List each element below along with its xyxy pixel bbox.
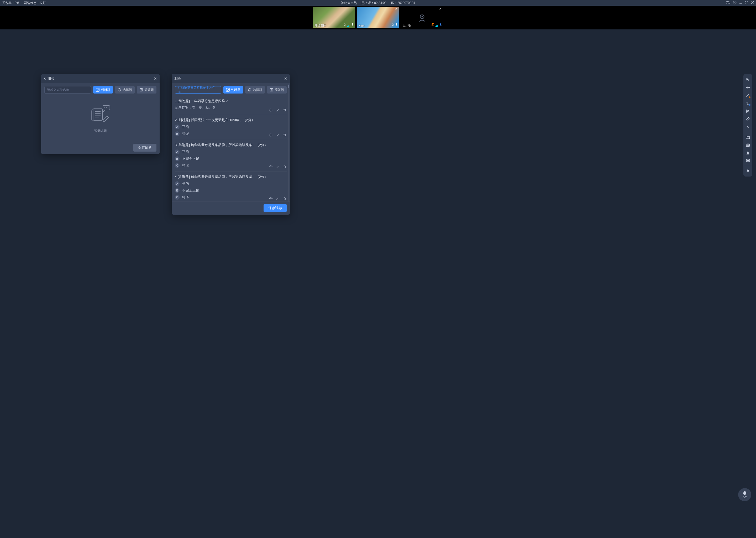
question-option[interactable]: B不完全正确: [175, 188, 287, 193]
toolbox-tool-icon[interactable]: [743, 141, 752, 149]
svg-text:T: T: [271, 89, 272, 91]
panel-title: 测验: [48, 76, 54, 81]
bell-tool-icon[interactable]: [743, 167, 752, 175]
minimize-icon[interactable]: [739, 1, 742, 5]
delete-icon[interactable]: [282, 165, 287, 169]
close-panel-icon[interactable]: ✕: [154, 77, 157, 81]
delete-icon[interactable]: [282, 196, 287, 201]
folder-tool-icon[interactable]: [743, 133, 752, 141]
option-badge: A: [175, 149, 179, 154]
question-title: 1 [简答题] 一年四季分别是哪四季？: [175, 99, 287, 103]
question-title: 4 [多选题] 施华洛世奇是反华品牌，所以梁鼎琪反华。（2分）: [175, 175, 287, 179]
option-badge: B: [175, 156, 179, 161]
eraser-tool-icon[interactable]: [743, 115, 752, 123]
save-quiz-button[interactable]: 保存试卷: [263, 204, 287, 212]
svg-point-31: [746, 110, 747, 111]
pointer-tool-icon[interactable]: [743, 76, 752, 83]
question-item: 4 [多选题] 施华洛世奇是反华品牌，所以梁鼎琪反华。（2分）A是的B不完全正确…: [175, 172, 287, 201]
type-tf-button[interactable]: 判断题: [223, 86, 243, 93]
option-badge: C: [175, 195, 179, 200]
option-text: 不完全正确: [182, 156, 199, 161]
svg-point-10: [422, 16, 423, 17]
svg-point-32: [746, 111, 747, 112]
move-icon[interactable]: [269, 108, 273, 112]
camera-toggle-icon[interactable]: [726, 1, 730, 5]
mic-muted-icon: [431, 23, 435, 27]
back-icon[interactable]: [44, 77, 46, 81]
question-item: 3 [单选题] 施华洛世奇是反华品牌，所以梁鼎琪反华。（2分）A正确B不完全正确…: [175, 140, 287, 172]
svg-point-39: [748, 160, 749, 161]
move-tool-icon[interactable]: [743, 83, 752, 91]
edit-icon[interactable]: [276, 165, 280, 169]
svg-rect-18: [93, 108, 102, 120]
panel-title: 测验: [174, 76, 181, 81]
question-option[interactable]: A正确: [175, 125, 287, 129]
question-item: 2 [判断题] 我国宪法上一次更新是在2020年。（2分）A正确B错误: [175, 115, 287, 140]
svg-point-33: [747, 126, 748, 128]
move-icon[interactable]: [269, 133, 273, 137]
option-text: 正确: [182, 125, 189, 129]
fullscreen-icon[interactable]: [745, 1, 748, 5]
video-tile[interactable]: ✕ Nina: [357, 7, 399, 28]
topbar: 丢包率：0% 网络状态：良好 神秘大自然 已上课：02:34:09 ID：202…: [0, 0, 756, 6]
quiz-name-input[interactable]: [44, 86, 91, 93]
option-badge: A: [175, 125, 179, 129]
video-tile[interactable]: 叮当老师: [313, 7, 355, 28]
chat-tool-icon[interactable]: [743, 157, 752, 165]
svg-point-1: [734, 2, 735, 3]
delete-icon[interactable]: [282, 108, 287, 112]
quiz-panel-empty: 测验 ✕ 判断题 选择题 T 简答题: [41, 74, 160, 154]
option-badge: A: [175, 181, 179, 186]
workarea: 测验 ✕ 判断题 选择题 T 简答题: [0, 29, 756, 538]
empty-state-icon: [89, 104, 112, 125]
type-short-button[interactable]: T 简答题: [267, 86, 287, 93]
question-option[interactable]: A正确: [175, 149, 287, 154]
close-tile-icon[interactable]: ✕: [438, 7, 442, 11]
option-text: 不完全正确: [182, 188, 199, 193]
raise-hand-button[interactable]: 0/2: [738, 488, 751, 501]
volume-icon: [347, 24, 350, 27]
question-option[interactable]: A是的: [175, 181, 287, 186]
move-icon[interactable]: [269, 165, 273, 169]
type-short-button[interactable]: T 简答题: [137, 86, 157, 93]
save-quiz-button[interactable]: 保存试卷: [133, 144, 157, 152]
svg-point-24: [104, 107, 105, 108]
delete-icon[interactable]: [282, 133, 287, 137]
video-strip: 叮当老师 ✕ Nina: [0, 6, 756, 29]
option-text: 错误: [182, 131, 189, 136]
option-text: 是的: [182, 181, 189, 186]
close-window-icon[interactable]: [751, 1, 754, 5]
mic-icon: [395, 23, 398, 27]
close-tile-icon[interactable]: ✕: [394, 7, 398, 11]
scissors-tool-icon[interactable]: [743, 107, 752, 115]
video-tile[interactable]: ✕ 王小明: [401, 7, 443, 28]
empty-caption: 暂无试题: [94, 129, 107, 133]
question-option[interactable]: B不完全正确: [175, 156, 287, 161]
svg-rect-8: [396, 24, 397, 25]
option-badge: B: [175, 131, 179, 136]
camera-off-icon: [417, 12, 427, 23]
user-tool-icon[interactable]: [743, 149, 752, 157]
type-choice-button[interactable]: 选择题: [115, 86, 135, 93]
hand-count: 0/2: [743, 496, 746, 499]
volume-icon: [436, 24, 438, 27]
option-text: 错误: [182, 163, 189, 168]
type-tf-button[interactable]: 判断题: [93, 86, 113, 93]
svg-point-7: [392, 24, 394, 25]
svg-point-26: [108, 107, 109, 108]
edit-icon[interactable]: [276, 108, 280, 112]
type-choice-button[interactable]: 选择题: [245, 86, 265, 93]
svg-point-37: [747, 160, 747, 161]
question-actions: [269, 133, 287, 137]
close-panel-icon[interactable]: ✕: [284, 77, 287, 81]
laser-tool-icon[interactable]: [743, 123, 752, 131]
scrollbar[interactable]: [288, 84, 289, 201]
text-tool-icon[interactable]: T: [743, 99, 752, 107]
edit-icon[interactable]: [276, 196, 280, 201]
quiz-name-field[interactable]: 产品说试卷名称最多十六个字: [175, 86, 221, 93]
pen-tool-icon[interactable]: [743, 91, 752, 99]
settings-icon[interactable]: [733, 1, 736, 5]
move-icon[interactable]: [269, 196, 273, 201]
question-title: 2 [判断题] 我国宪法上一次更新是在2020年。（2分）: [175, 118, 287, 123]
edit-icon[interactable]: [276, 133, 280, 137]
